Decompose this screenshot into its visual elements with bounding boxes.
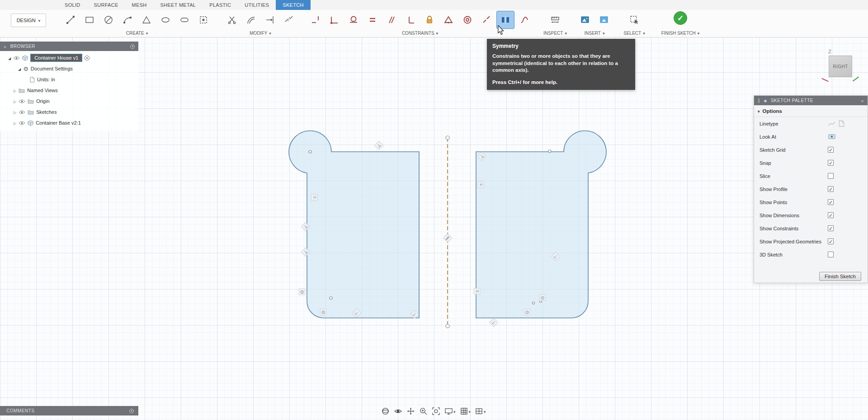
equal-constraint-badge[interactable]: = [311, 194, 318, 201]
tree-row-named-views[interactable]: Named Views [0, 85, 138, 96]
tree-row-sketches[interactable]: Sketches [0, 107, 138, 117]
comments-bar[interactable]: COMMENTS [0, 406, 138, 415]
tab-sheet-metal[interactable]: SHEET METAL [154, 0, 203, 10]
show-projected-geometries-checkbox[interactable] [828, 238, 834, 244]
expand-gnomon-icon[interactable] [8, 55, 11, 61]
section-collapse-icon[interactable] [758, 108, 760, 114]
sketch-palette-header[interactable]: SKETCH PALETTE [754, 96, 868, 105]
zoom-icon[interactable] [419, 407, 428, 415]
insert-canvas-icon[interactable] [595, 11, 613, 28]
arc-tool-icon[interactable] [119, 11, 136, 28]
comments-indicator-icon[interactable] [129, 409, 134, 413]
extend-tool-icon[interactable] [261, 11, 278, 28]
tree-row-container-base[interactable]: Container Base v2:1 [0, 117, 138, 128]
snap-checkbox[interactable] [828, 160, 834, 166]
sketch-grid-checkbox[interactable] [828, 147, 834, 153]
tree-row-units[interactable]: Units: in [0, 74, 138, 85]
curvature-constraint-icon[interactable] [516, 11, 533, 28]
select-group-label[interactable]: SELECT [623, 31, 641, 36]
select-marquee-icon[interactable] [626, 11, 643, 28]
equal-constraint-icon[interactable] [364, 11, 381, 28]
viewcube[interactable]: Z RIGHT [821, 45, 868, 88]
expand-gnomon-icon[interactable] [18, 66, 21, 71]
break-tool-icon[interactable] [280, 11, 297, 28]
fix-constraint-badge[interactable]: ⊙ [524, 309, 531, 316]
parallel-constraint-icon[interactable] [383, 11, 400, 28]
root-component-name[interactable]: Container House v1 [30, 54, 82, 62]
browser-target-icon[interactable] [130, 44, 135, 49]
modify-group-label[interactable]: MODIFY [250, 31, 267, 36]
show-dimensions-checkbox[interactable] [828, 212, 834, 218]
tab-utilities[interactable]: UTILITIES [238, 0, 276, 10]
collapse-panel-icon[interactable] [861, 98, 864, 103]
horizontal-vertical-constraint-icon[interactable] [307, 11, 324, 28]
look-at-icon[interactable] [394, 407, 402, 415]
fix-constraint-badge[interactable]: ⊙ [320, 309, 327, 316]
coincident-constraint-icon[interactable] [326, 11, 343, 28]
create-group-label[interactable]: CREATE [126, 31, 144, 36]
collinear-constraint-icon[interactable] [478, 11, 495, 28]
linetype-curve-icon[interactable] [828, 120, 836, 127]
viewcube-face[interactable]: RIGHT [829, 56, 852, 77]
visibility-eye-icon[interactable] [13, 56, 20, 61]
slot-tool-icon[interactable] [176, 11, 193, 28]
finish-sketch-check-icon[interactable]: ✓ [674, 11, 687, 25]
design-workspace-dropdown[interactable]: DESIGN [11, 14, 46, 27]
options-section-header[interactable]: Options [754, 105, 868, 117]
3d-sketch-checkbox[interactable] [828, 252, 834, 257]
expand-triangle-icon[interactable] [14, 88, 16, 93]
orbit-icon[interactable] [381, 407, 390, 415]
tangent-constraint-icon[interactable] [345, 11, 362, 28]
line-tool-icon[interactable] [62, 11, 79, 28]
tree-row-origin[interactable]: Origin [0, 96, 138, 107]
constraints-group-label[interactable]: CONSTRAINTS [402, 31, 434, 36]
fit-view-icon[interactable] [432, 407, 440, 415]
grid-settings-icon[interactable] [460, 407, 471, 415]
tree-row-root[interactable]: Container House v1 [0, 52, 138, 63]
pan-icon[interactable] [406, 407, 415, 415]
finish-sketch-group-label[interactable]: FINISH SKETCH [661, 31, 696, 36]
slice-checkbox[interactable] [828, 173, 834, 179]
browser-header[interactable]: BROWSER [0, 42, 138, 51]
finish-sketch-button[interactable]: Finish Sketch [819, 272, 861, 281]
expand-triangle-icon[interactable] [14, 109, 16, 115]
viewports-icon[interactable] [475, 407, 486, 415]
equal-constraint-badge[interactable]: = [477, 182, 484, 188]
concentric-constraint-icon[interactable] [459, 11, 476, 28]
linetype-page-icon[interactable] [839, 120, 844, 127]
collapse-panel-icon[interactable] [4, 44, 7, 49]
measure-tool-icon[interactable] [547, 11, 564, 28]
tab-plastic[interactable]: PLASTIC [203, 0, 238, 10]
show-points-checkbox[interactable] [828, 199, 834, 205]
ellipse-tool-icon[interactable] [157, 11, 174, 28]
look-at-icon[interactable] [828, 133, 836, 140]
tree-row-document-settings[interactable]: ⚙ Document Settings [0, 63, 138, 74]
offset-tool-icon[interactable] [242, 11, 259, 28]
tab-sketch[interactable]: SKETCH [276, 0, 310, 10]
expand-triangle-icon[interactable] [14, 120, 16, 126]
insert-group-label[interactable]: INSERT [584, 31, 601, 36]
show-profile-checkbox[interactable] [828, 186, 834, 192]
equal-constraint-badge[interactable]: = [474, 288, 481, 295]
tab-surface[interactable]: SURFACE [87, 0, 125, 10]
activate-component-radio[interactable] [85, 56, 90, 61]
drag-grip-icon[interactable] [758, 98, 760, 103]
fix-constraint-badge[interactable]: ⊙ [299, 289, 306, 295]
perpendicular-constraint-icon[interactable] [402, 11, 419, 28]
display-settings-icon[interactable] [444, 407, 456, 415]
point-tool-icon[interactable] [195, 11, 212, 28]
visibility-eye-icon[interactable] [19, 99, 25, 104]
visibility-eye-icon[interactable] [19, 121, 25, 126]
midpoint-constraint-icon[interactable] [440, 11, 457, 28]
expand-triangle-icon[interactable] [14, 98, 16, 104]
trim-scissors-icon[interactable] [223, 11, 241, 28]
fix-lock-constraint-icon[interactable] [421, 11, 438, 28]
inspect-group-label[interactable]: INSPECT [543, 31, 563, 36]
insert-decal-icon[interactable] [576, 11, 594, 28]
show-constraints-checkbox[interactable] [828, 225, 834, 231]
rectangle-tool-icon[interactable] [81, 11, 98, 28]
fix-constraint-badge[interactable]: ⊙ [539, 294, 546, 301]
circle-tool-icon[interactable] [100, 11, 117, 28]
tab-mesh[interactable]: MESH [125, 0, 154, 10]
polygon-tool-icon[interactable] [138, 11, 155, 28]
